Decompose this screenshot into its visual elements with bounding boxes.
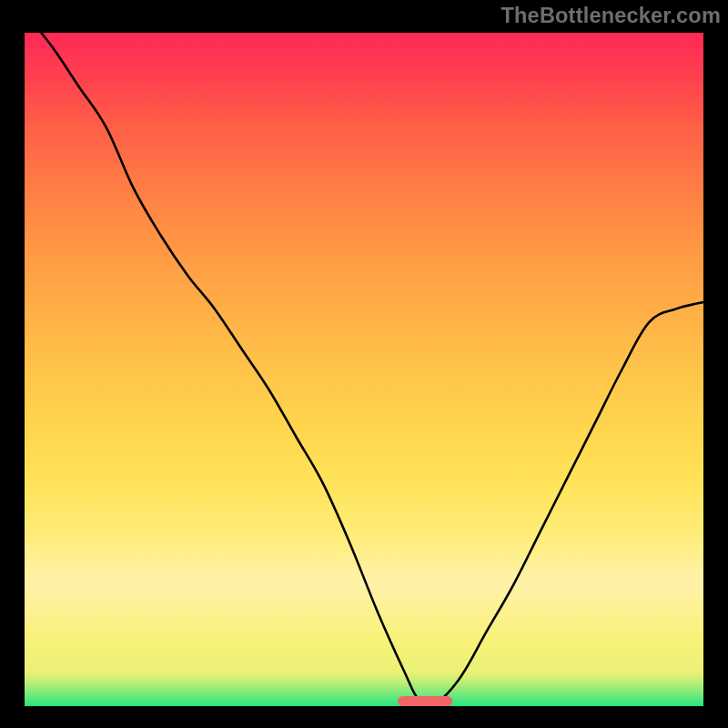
optimal-range-marker bbox=[398, 696, 452, 706]
plot-area bbox=[25, 33, 703, 706]
chart-frame: TheBottlenecker.com bbox=[0, 0, 728, 728]
bottleneck-curve bbox=[25, 33, 703, 706]
attribution-text: TheBottlenecker.com bbox=[501, 4, 722, 28]
